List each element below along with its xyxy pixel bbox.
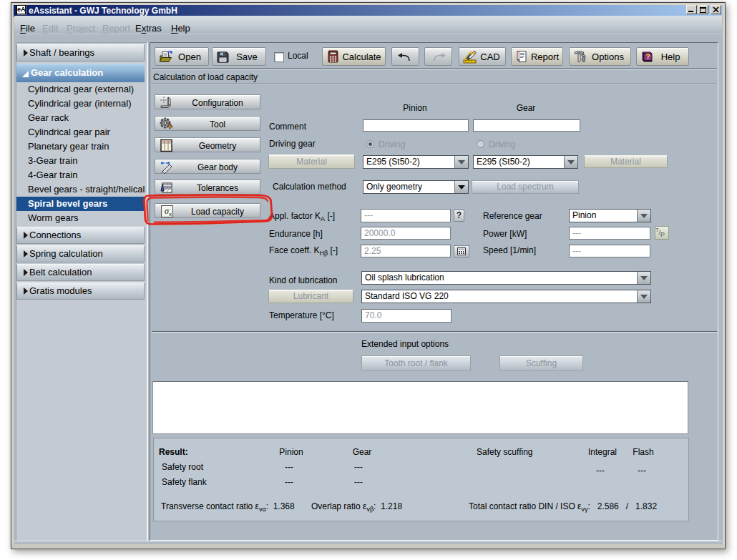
svg-text:?: ? <box>645 53 650 61</box>
svg-text:x: x <box>169 211 172 217</box>
